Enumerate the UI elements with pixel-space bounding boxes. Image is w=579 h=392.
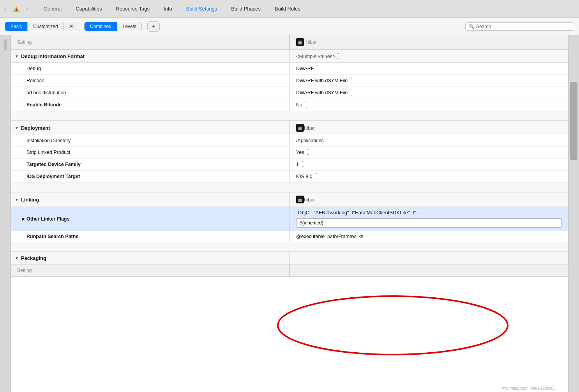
table-row: Installation Directory /Applications xyxy=(11,135,568,147)
scrollbar-thumb[interactable] xyxy=(570,82,577,160)
row-linker-flags-label[interactable]: ▶ Other Linker Flags xyxy=(11,207,290,231)
release-stepper[interactable]: ⌃⌄ xyxy=(350,78,353,84)
packaging-triangle: ▼ xyxy=(15,256,19,260)
row-device-family-value[interactable]: 1 ⌃⌄ xyxy=(290,159,568,170)
section-linking-value: 🤖 hibar xyxy=(290,192,568,207)
packaging-setting-label: Setting xyxy=(17,268,32,273)
linker-flags-value: -ObjC -l"AFNetworking" -l"EaseMobClientS… xyxy=(293,208,565,217)
section-deployment: ▼ Deployment 🤖 hibar xyxy=(11,120,568,135)
section-debug-label: Debug Information Format xyxy=(21,53,85,59)
header-target: 🤖 hibar xyxy=(290,35,568,49)
ios-target-stepper[interactable]: ⌃⌄ xyxy=(315,173,318,180)
section-linking-title[interactable]: ▼ Linking xyxy=(11,192,290,207)
adhoc-stepper[interactable]: ⌃⌄ xyxy=(350,90,353,96)
target-icon: 🤖 xyxy=(296,38,304,46)
section-packaging-title[interactable]: ▼ Packaging xyxy=(11,252,290,264)
ios-target-text: iOS 8.0 xyxy=(296,174,312,179)
device-family-stepper[interactable]: ⌃⌄ xyxy=(301,161,304,168)
table-row: Strip Linked Product Yes ⌃⌄ xyxy=(11,147,568,159)
bitcode-stepper[interactable]: ⌃⌄ xyxy=(305,102,308,108)
filter-button-group: Basic Customized All xyxy=(5,22,80,31)
row-bitcode-value[interactable]: No ⌃⌄ xyxy=(290,99,568,111)
row-install-dir-value[interactable]: /Applications xyxy=(290,135,568,146)
section-gap-2 xyxy=(11,183,568,192)
row-release-label: Release xyxy=(11,75,290,87)
linker-flags-text: Other Linker Flags xyxy=(26,216,69,222)
nav-warning: ! xyxy=(11,0,22,18)
tab-general[interactable]: General xyxy=(37,0,69,18)
search-input[interactable] xyxy=(476,24,571,29)
debug-value-text: DWARF xyxy=(296,66,314,71)
section-debug-value: <Multiple values> ⌃⌄ xyxy=(290,50,568,62)
header-setting: Setting xyxy=(11,35,290,49)
row-debug-label: Debug xyxy=(11,63,290,74)
svg-text:!: ! xyxy=(16,8,17,12)
main-content: Setting 🤖 hibar ▼ Debug Information Form… xyxy=(0,35,579,392)
linker-flags-input[interactable] xyxy=(296,218,562,228)
search-box[interactable]: 🔍 xyxy=(465,22,574,31)
adhoc-value-text: DWARF with dSYM File xyxy=(296,90,348,95)
strip-stepper[interactable]: ⌃⌄ xyxy=(306,149,309,155)
nav-back-button[interactable]: ‹ xyxy=(0,0,11,18)
right-sidebar xyxy=(568,35,579,392)
scrollbar-track[interactable] xyxy=(568,35,579,392)
table-row: Debug DWARF ⌃⌄ xyxy=(11,63,568,75)
customized-button[interactable]: Customized xyxy=(28,22,64,31)
section-triangle: ▼ xyxy=(15,54,19,58)
table-row: Runpath Search Paths @executable_path/Fr… xyxy=(11,231,568,242)
settings-table: Setting 🤖 hibar ▼ Debug Information Form… xyxy=(11,35,568,392)
linking-target-name: hibar xyxy=(304,197,315,203)
row-adhoc-value[interactable]: DWARF with dSYM File ⌃⌄ xyxy=(290,87,568,99)
table-header: Setting 🤖 hibar xyxy=(11,35,568,49)
tab-build-settings[interactable]: Build Settings xyxy=(179,0,224,18)
section-packaging-label: Packaging xyxy=(21,255,46,261)
header-setting-label: Setting xyxy=(17,39,32,45)
row-strip-value[interactable]: Yes ⌃⌄ xyxy=(290,147,568,158)
tab-build-phases[interactable]: Build Phases xyxy=(224,0,268,18)
section-deployment-label: Deployment xyxy=(21,125,50,131)
row-ios-target-value[interactable]: iOS 8.0 ⌃⌄ xyxy=(290,171,568,182)
section-deployment-title[interactable]: ▼ Deployment xyxy=(11,121,290,135)
tab-info[interactable]: Info xyxy=(157,0,179,18)
section-gap-3 xyxy=(11,242,568,252)
table-row: Enable Bitcode No ⌃⌄ xyxy=(11,99,568,111)
deploy-target-icon: 🤖 xyxy=(296,124,304,132)
tab-build-rules[interactable]: Build Rules xyxy=(268,0,307,18)
combined-button[interactable]: Combined xyxy=(85,22,117,31)
nav-forward-button[interactable]: › xyxy=(22,0,33,18)
row-runpath-value[interactable]: @executable_path/Framew ks xyxy=(290,231,568,242)
row-ios-target-label: iOS Deployment Target xyxy=(11,171,290,182)
section-debug-title[interactable]: ▼ Debug Information Format xyxy=(11,50,290,62)
row-debug-value[interactable]: DWARF ⌃⌄ xyxy=(290,63,568,74)
packaging-value-col xyxy=(290,265,568,276)
linker-input-container xyxy=(293,217,565,229)
table-row: iOS Deployment Target iOS 8.0 ⌃⌄ xyxy=(11,171,568,183)
table-row: ad hoc distribution DWARF with dSYM File… xyxy=(11,87,568,99)
packaging-subheader: Setting xyxy=(11,265,568,277)
section-linking: ▼ Linking 🤖 hibar xyxy=(11,192,568,207)
basic-button[interactable]: Basic xyxy=(5,22,28,31)
table-row: Release DWARF with dSYM File ⌃⌄ xyxy=(11,75,568,87)
add-button[interactable]: + xyxy=(147,21,159,32)
all-button[interactable]: All xyxy=(64,22,80,31)
red-ellipse xyxy=(278,296,508,355)
view-button-group: Combined Levels xyxy=(84,22,142,31)
row-strip-label: Strip Linked Product xyxy=(11,147,290,158)
levels-button[interactable]: Levels xyxy=(117,22,142,31)
row-release-value[interactable]: DWARF with dSYM File ⌃⌄ xyxy=(290,75,568,87)
deploy-triangle: ▼ xyxy=(15,126,19,130)
top-nav: ‹ ! › General Capabilities Resource Tags… xyxy=(0,0,579,18)
deploy-target-name: hibar xyxy=(304,125,315,131)
section-gap xyxy=(11,111,568,120)
linker-triangle[interactable]: ▶ xyxy=(22,217,25,221)
section-linking-label: Linking xyxy=(21,197,39,203)
debug-stepper[interactable]: ⌃⌄ xyxy=(336,53,339,59)
table-row: ▶ Other Linker Flags -ObjC -l"AFNetworki… xyxy=(11,207,568,231)
device-family-text: 1 xyxy=(296,162,299,167)
tab-resource-tags[interactable]: Resource Tags xyxy=(109,0,156,18)
debug-value-stepper[interactable]: ⌃⌄ xyxy=(316,65,319,72)
row-runpath-label: Runpath Search Paths xyxy=(11,231,290,242)
header-target-name: hibar xyxy=(306,39,317,45)
tab-capabilities[interactable]: Capabilities xyxy=(69,0,109,18)
left-sidebar xyxy=(0,35,11,392)
